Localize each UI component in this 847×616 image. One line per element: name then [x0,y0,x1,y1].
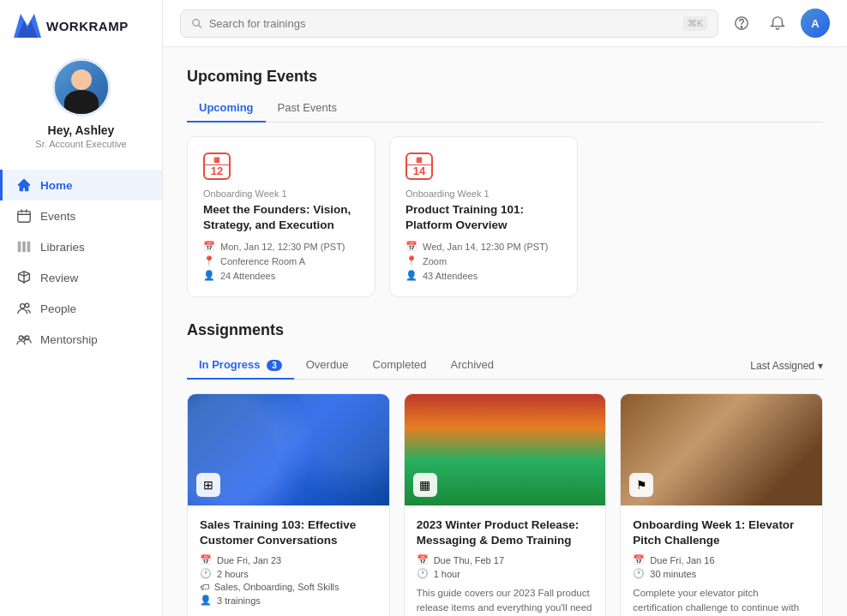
review-icon [16,270,32,285]
event-location-1: 📍 Conference Room A [203,255,359,266]
in-progress-badge: 3 [267,360,282,371]
event-attendees-1: 👤 24 Attendees [203,270,359,281]
attendees-icon: 👤 [203,270,215,281]
search-input[interactable] [209,17,676,30]
calendar-icon-2: ▦ 14 [405,153,433,180]
event-card-2[interactable]: ▦ 14 Onboarding Week 1 Product Training … [389,136,578,297]
sidebar-item-people[interactable]: People [0,293,162,324]
card-title-2: 2023 Winter Product Release: Messaging &… [417,517,594,547]
user-menu-button[interactable]: A [801,9,830,38]
card-description-2: This guide covers our 2023 Fall product … [417,586,594,616]
sort-button[interactable]: Last Assigned ▾ [750,353,823,379]
user-avatar[interactable] [52,58,111,117]
card-due-1: 📅 Due Fri, Jan 23 [200,554,377,565]
sidebar-label-libraries: Libraries [40,241,85,254]
main-area: ⌘K A Upcoming Eve [163,0,847,616]
card-tags-1: 🏷 Sales, Onboarding, Soft Skills [200,582,377,592]
assignment-card-2[interactable]: ▦ 2023 Winter Product Release: Messaging… [404,393,607,616]
tag-icon-1: 🏷 [200,582,209,592]
header-icons: A [729,9,830,38]
upcoming-events-section: Upcoming Events Upcoming Past Events ▦ 1… [187,68,823,297]
upcoming-events-title: Upcoming Events [187,68,823,86]
sidebar-label-home: Home [40,179,73,192]
sidebar-label-mentorship: Mentorship [40,333,98,346]
card-meta-1: 📅 Due Fri, Jan 23 🕐 2 hours 🏷 Sales, Onb… [200,554,377,606]
svg-rect-5 [27,242,31,253]
workramp-logo[interactable]: WORKRAMP [14,14,129,38]
sidebar-item-review[interactable]: Review [0,262,162,293]
keyboard-shortcut: ⌘K [683,16,707,31]
calendar-small-icon: 📅 [203,241,215,252]
user-greeting: Hey, Ashley [48,123,115,137]
svg-point-12 [741,27,742,27]
clock-icon-2: 🕐 [417,568,429,579]
event-attendees-2: 👤 43 Attendees [405,270,562,281]
event-meta-1: 📅 Mon, Jan 12, 12:30 PM (PST) 📍 Conferen… [203,241,359,281]
tab-archived[interactable]: Archived [438,353,506,380]
tab-completed[interactable]: Completed [361,353,439,380]
svg-rect-4 [22,242,26,253]
sidebar-item-mentorship[interactable]: Mentorship [0,324,162,355]
page-content: Upcoming Events Upcoming Past Events ▦ 1… [163,47,847,616]
card-thumbnail-1: ⊞ [188,394,389,505]
event-title-1: Meet the Founders: Vision, Strategy, and… [203,202,359,232]
card-body-2: 2023 Winter Product Release: Messaging &… [405,505,606,616]
notifications-button[interactable] [765,10,790,36]
event-meta-2: 📅 Wed, Jan 14, 12:30 PM (PST) 📍 Zoom 👤 4… [405,241,562,281]
svg-point-6 [21,304,25,308]
event-subtitle-2: Onboarding Week 1 [405,188,562,199]
card-type-icon-1: ⊞ [196,473,220,497]
event-location-2: 📍 Zoom [405,255,562,266]
svg-rect-2 [18,212,30,223]
sidebar-label-people: People [40,302,76,315]
event-date-2: 📅 Wed, Jan 14, 12:30 PM (PST) [405,241,562,252]
sidebar-item-events[interactable]: Events [0,200,162,231]
search-icon [191,17,202,29]
assignment-card-3[interactable]: ⚑ Onboarding Week 1: Elevator Pitch Chal… [620,393,823,616]
help-button[interactable] [729,10,754,36]
people-icon [16,301,32,316]
events-tabs: Upcoming Past Events [187,96,823,123]
svg-rect-3 [18,242,21,253]
tab-in-progress[interactable]: In Progress 3 [187,353,294,380]
card-meta-3: 📅 Due Fri, Jan 16 🕐 30 minutes [633,554,810,579]
chevron-down-icon: ▾ [818,360,823,372]
trainings-icon-1: 👤 [200,595,212,606]
events-icon [16,208,32,224]
sidebar-label-events: Events [40,210,75,223]
due-date-icon-3: 📅 [633,554,645,565]
tab-overdue[interactable]: Overdue [294,353,361,380]
clock-icon-1: 🕐 [200,568,212,579]
assignments-title: Assignments [187,321,284,339]
svg-point-7 [25,303,28,308]
location-icon: 📍 [203,255,215,266]
card-duration-3: 🕐 30 minutes [633,568,810,579]
assignment-card-1[interactable]: ⊞ Sales Training 103: Effective Customer… [187,393,390,616]
card-due-3: 📅 Due Fri, Jan 16 [633,554,810,565]
nav-menu: Home Events Libraries Review [0,170,162,616]
search-bar[interactable]: ⌘K [180,9,718,38]
card-thumbnail-3: ⚑ [621,394,822,505]
events-grid: ▦ 12 Onboarding Week 1 Meet the Founders… [187,136,823,297]
libraries-icon [16,239,32,254]
sidebar-item-libraries[interactable]: Libraries [0,231,162,262]
profile-area: Hey, Ashley Sr. Account Executive [0,48,162,163]
assignments-grid: ⊞ Sales Training 103: Effective Customer… [187,393,823,616]
sidebar-item-home[interactable]: Home [0,170,162,200]
card-body-1: Sales Training 103: Effective Customer C… [188,505,389,616]
card-type-icon-2: ▦ [413,473,437,497]
event-card-1[interactable]: ▦ 12 Onboarding Week 1 Meet the Founders… [187,136,375,297]
due-date-icon-2: 📅 [417,554,429,565]
mentorship-icon [16,332,32,347]
card-trainings-1: 👤 3 trainings [200,595,377,606]
assignments-header: Assignments [187,321,823,350]
tab-past-events[interactable]: Past Events [266,96,349,123]
due-date-icon-1: 📅 [200,554,212,565]
sidebar: WORKRAMP Hey, Ashley Sr. Account Executi… [0,0,163,616]
page-header: ⌘K A [163,0,847,47]
card-type-icon-3: ⚑ [629,473,653,497]
calendar-icon-1: ▦ 12 [203,153,231,180]
assignments-section: Assignments In Progress 3 Overdue Comple… [187,321,823,616]
tab-upcoming[interactable]: Upcoming [187,96,266,123]
attendees-icon-2: 👤 [405,270,417,281]
